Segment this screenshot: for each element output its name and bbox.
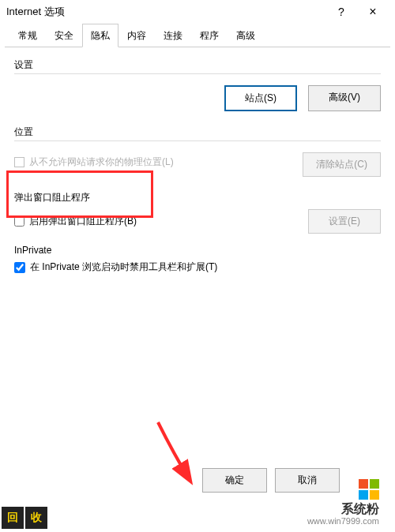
section-inprivate-title: InPrivate: [14, 245, 381, 257]
popup-settings-button: 设置(E): [308, 209, 381, 234]
strip-cell: 收: [25, 507, 47, 529]
titlebar: Internet 选项 ? ×: [0, 0, 395, 22]
tab-general[interactable]: 常规: [9, 24, 46, 47]
tab-privacy[interactable]: 隐私: [82, 24, 118, 47]
section-location-title: 位置: [14, 126, 381, 141]
enable-popup-blocker-checkbox[interactable]: [14, 216, 24, 227]
tab-programs[interactable]: 程序: [191, 24, 228, 47]
section-settings-title: 设置: [14, 58, 381, 74]
window-title: Internet 选项: [6, 5, 325, 19]
inprivate-disable-toolbars-checkbox[interactable]: [14, 262, 25, 273]
tab-panel-privacy: 设置 站点(S) 高级(V) 位置 从不允许网站请求你的物理位置(L) 清除站点…: [0, 47, 395, 285]
tab-connections[interactable]: 连接: [155, 24, 191, 47]
never-allow-location-checkbox[interactable]: [14, 157, 24, 167]
close-button[interactable]: ×: [357, 3, 389, 21]
never-allow-location-label: 从不允许网站请求你的物理位置(L): [29, 155, 174, 169]
tab-content[interactable]: 内容: [118, 24, 155, 47]
never-allow-location-row: 从不允许网站请求你的物理位置(L): [14, 155, 303, 169]
ok-button[interactable]: 确定: [202, 468, 267, 493]
inprivate-row: 在 InPrivate 浏览启动时禁用工具栏和扩展(T): [14, 260, 381, 274]
logo-icon: [307, 479, 379, 500]
tab-strip: 常规 安全 隐私 内容 连接 程序 高级: [5, 24, 390, 47]
advanced-button[interactable]: 高级(V): [308, 85, 381, 111]
help-button[interactable]: ?: [325, 4, 357, 20]
clear-sites-button: 清除站点(C): [303, 152, 381, 177]
popup-enable-row: 启用弹出窗口阻止程序(B): [14, 215, 308, 228]
popup-blocker-group: 弹出窗口阻止程序 启用弹出窗口阻止程序(B) 设置(E): [14, 191, 381, 234]
watermark: 系统粉 www.win7999.com: [307, 479, 379, 526]
tab-advanced[interactable]: 高级: [228, 24, 264, 47]
tab-security[interactable]: 安全: [46, 24, 82, 47]
popup-blocker-title: 弹出窗口阻止程序: [14, 191, 381, 204]
watermark-title: 系统粉: [307, 501, 379, 518]
location-row: 从不允许网站请求你的物理位置(L) 清除站点(C): [14, 152, 381, 177]
enable-popup-blocker-label: 启用弹出窗口阻止程序(B): [29, 215, 137, 228]
bottom-strip: 回 收: [2, 507, 47, 529]
annotation-arrow: [154, 418, 201, 489]
settings-button-row: 站点(S) 高级(V): [14, 85, 381, 111]
inprivate-disable-toolbars-label: 在 InPrivate 浏览启动时禁用工具栏和扩展(T): [30, 260, 217, 274]
watermark-url: www.win7999.com: [307, 516, 379, 526]
sites-button[interactable]: 站点(S): [224, 85, 297, 111]
strip-cell: 回: [2, 507, 24, 529]
